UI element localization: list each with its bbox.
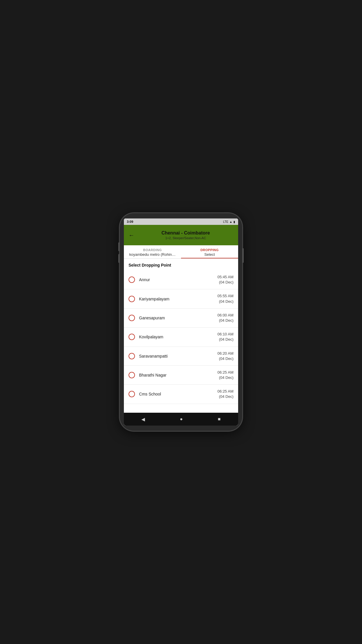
drop-point-item[interactable]: Ganesapuram06:00 AM(04 Dec) [124,309,238,328]
drop-point-time: 06:20 AM(04 Dec) [207,351,233,361]
drop-point-name: Annur [139,277,207,282]
battery-icon: ▮ [233,220,235,223]
route-subtitle: 1+2, Sleeper/Seater,Non-AC [138,236,233,240]
nav-recent-button[interactable]: ■ [212,414,226,424]
tab-dropping-label: DROPPING [183,248,236,252]
signal-icon: ▲ [229,220,232,223]
nav-home-button[interactable]: ● [174,414,189,424]
section-title: Select Dropping Point [124,259,238,270]
drop-point-time: 06:25 AM(04 Dec) [207,389,233,399]
power-button[interactable] [242,248,244,263]
drop-list: Annur05:45 AM(04 Dec)Kariyampalayam05:55… [124,270,238,413]
phone-screen: 3:09 LTE ▲ ▮ ← Chennai - Coimbatore 1+2,… [124,218,238,426]
app-header: ← Chennai - Coimbatore 1+2, Sleeper/Seat… [124,225,238,245]
drop-point-name: Kovilpalayam [139,335,207,339]
radio-button[interactable] [129,296,135,302]
tab-boarding[interactable]: BOARDING koyambedu metro (Rohin… [124,245,181,258]
tab-boarding-value: koyambedu metro (Rohin… [126,252,179,257]
drop-point-name: Kariyampalayam [139,297,207,301]
drop-point-time: 05:45 AM(04 Dec) [207,274,233,285]
status-icons: LTE ▲ ▮ [223,220,235,223]
radio-button[interactable] [129,334,135,340]
header-title-block: Chennai - Coimbatore 1+2, Sleeper/Seater… [138,230,233,240]
drop-point-item[interactable]: Annur05:45 AM(04 Dec) [124,270,238,289]
drop-point-item[interactable]: Kovilpalayam06:10 AM(04 Dec) [124,328,238,346]
radio-button[interactable] [129,353,135,359]
radio-button[interactable] [129,391,135,397]
volume-down-button[interactable] [118,254,120,263]
status-time: 3:09 [127,220,133,223]
radio-button[interactable] [129,276,135,283]
tab-boarding-label: BOARDING [126,248,179,252]
tabs-container: BOARDING koyambedu metro (Rohin… DROPPIN… [124,245,238,259]
status-bar: 3:09 LTE ▲ ▮ [124,218,238,225]
drop-point-item[interactable]: Bharathi Nagar06:25 AM(04 Dec) [124,366,238,385]
tab-dropping[interactable]: DROPPING Select [181,245,238,258]
volume-up-button[interactable] [118,242,120,251]
radio-button[interactable] [129,372,135,378]
tab-dropping-value: Select [183,252,236,257]
drop-point-name: Bharathi Nagar [139,373,207,377]
drop-point-item[interactable]: Cms School06:25 AM(04 Dec) [124,385,238,404]
drop-point-item[interactable]: Kariyampalayam05:55 AM(04 Dec) [124,289,238,308]
route-title: Chennai - Coimbatore [138,230,233,236]
drop-point-time: 06:00 AM(04 Dec) [207,313,233,323]
drop-point-name: Saravanampatti [139,354,207,358]
back-button[interactable]: ← [129,232,134,239]
drop-point-item[interactable]: Saravanampatti06:20 AM(04 Dec) [124,347,238,366]
drop-point-time: 06:10 AM(04 Dec) [207,332,233,342]
drop-point-time: 06:25 AM(04 Dec) [207,370,233,380]
network-icon: LTE [223,220,228,223]
drop-point-name: Cms School [139,392,207,396]
bottom-nav: ◀ ● ■ [124,413,238,426]
radio-button[interactable] [129,315,135,321]
drop-point-name: Ganesapuram [139,316,207,320]
nav-back-button[interactable]: ◀ [136,414,151,424]
phone-shell: 3:09 LTE ▲ ▮ ← Chennai - Coimbatore 1+2,… [120,213,242,431]
drop-point-time: 05:55 AM(04 Dec) [207,293,233,304]
